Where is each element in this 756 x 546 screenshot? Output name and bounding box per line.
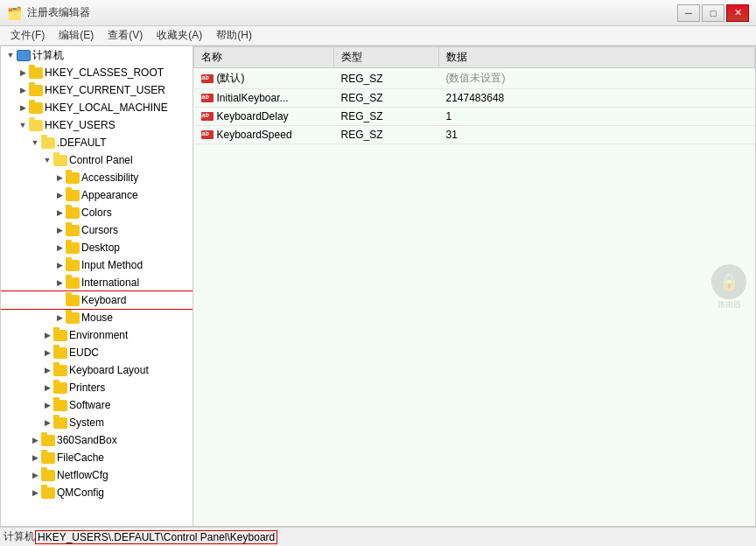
minimize-button[interactable]: ─ bbox=[677, 4, 700, 22]
table-row[interactable]: KeyboardDelay REG_SZ 1 bbox=[194, 108, 755, 126]
expand-inputmethod[interactable]: ▶ bbox=[53, 259, 66, 271]
menu-favorites[interactable]: 收藏夹(A) bbox=[150, 26, 209, 45]
computer-icon bbox=[17, 50, 31, 61]
tree-item-computer[interactable]: ▼ 计算机 bbox=[1, 46, 192, 64]
tree-label-keyboard: Keyboard bbox=[81, 294, 126, 306]
expand-hkcr[interactable]: ▶ bbox=[17, 66, 29, 79]
tree-item-hkcu[interactable]: ▶ HKEY_CURRENT_USER bbox=[1, 81, 192, 99]
folder-icon-inputmethod bbox=[66, 260, 80, 271]
expand-hku[interactable]: ▼ bbox=[17, 119, 29, 131]
tree-item-appearance[interactable]: ▶ Appearance bbox=[1, 186, 192, 204]
title-bar: 🗂️ 注册表编辑器 ─ □ ✕ bbox=[0, 0, 756, 26]
tree-item-international[interactable]: ▶ International bbox=[1, 274, 192, 291]
menu-edit[interactable]: 编辑(E) bbox=[52, 26, 101, 45]
tree-item-360sandbox[interactable]: ▶ 360SandBox bbox=[1, 431, 192, 449]
tree-item-environment[interactable]: ▶ Environment bbox=[1, 326, 192, 344]
tree-item-keyboardlayout[interactable]: ▶ Keyboard Layout bbox=[1, 361, 192, 379]
expand-mouse[interactable]: ▶ bbox=[53, 312, 66, 324]
tree-item-desktop[interactable]: ▶ Desktop bbox=[1, 239, 192, 256]
expand-computer[interactable]: ▼ bbox=[4, 49, 17, 61]
watermark: 路由器 bbox=[718, 299, 741, 311]
tree-item-controlpanel[interactable]: ▼ Control Panel bbox=[1, 151, 192, 169]
tree-item-netflowcfg[interactable]: ▶ NetflowCfg bbox=[1, 466, 192, 484]
row-type-default: REG_SZ bbox=[334, 68, 439, 89]
app-icon: 🗂️ bbox=[7, 6, 22, 20]
title-bar-left: 🗂️ 注册表编辑器 bbox=[7, 5, 90, 20]
reg-sz-icon-3 bbox=[201, 112, 214, 121]
tree-label-computer: 计算机 bbox=[32, 48, 64, 63]
tree-label-qmconfig: QMConfig bbox=[57, 486, 104, 499]
expand-360sandbox[interactable]: ▶ bbox=[29, 434, 41, 446]
row-data-keyboardspeed: 31 bbox=[439, 126, 755, 144]
expand-hklm[interactable]: ▶ bbox=[17, 102, 29, 114]
tree-item-eudc[interactable]: ▶ EUDC bbox=[1, 344, 192, 361]
tree-item-hklm[interactable]: ▶ HKEY_LOCAL_MACHINE bbox=[1, 99, 192, 116]
tree-item-hku[interactable]: ▼ HKEY_USERS bbox=[1, 116, 192, 134]
expand-system[interactable]: ▶ bbox=[41, 416, 53, 429]
tree-item-cursors[interactable]: ▶ Cursors bbox=[1, 221, 192, 239]
folder-icon-controlpanel bbox=[53, 155, 67, 166]
tree-item-mouse[interactable]: ▶ Mouse bbox=[1, 309, 192, 326]
row-data-initialkeyboard: 2147483648 bbox=[439, 89, 755, 108]
reg-sz-icon bbox=[201, 74, 214, 83]
menu-help[interactable]: 帮助(H) bbox=[209, 26, 259, 45]
maximize-button[interactable]: □ bbox=[702, 4, 724, 22]
tree-label-hku: HKEY_USERS bbox=[45, 119, 116, 131]
folder-icon-netflowcfg bbox=[41, 470, 55, 481]
expand-keyboardlayout[interactable]: ▶ bbox=[41, 364, 53, 376]
tree-label-appearance: Appearance bbox=[81, 189, 138, 201]
folder-icon-cursors bbox=[66, 225, 80, 236]
tree-item-software[interactable]: ▶ Software bbox=[1, 396, 192, 414]
tree-item-hkcr[interactable]: ▶ HKEY_CLASSES_ROOT bbox=[1, 64, 192, 81]
expand-colors[interactable]: ▶ bbox=[53, 206, 66, 219]
expand-appearance[interactable]: ▶ bbox=[53, 189, 66, 201]
folder-icon-environment bbox=[53, 330, 67, 341]
folder-icon-filecache bbox=[41, 452, 55, 464]
expand-international[interactable]: ▶ bbox=[53, 276, 66, 289]
expand-printers[interactable]: ▶ bbox=[41, 382, 53, 394]
folder-icon-keyboard bbox=[66, 295, 80, 306]
expand-controlpanel[interactable]: ▼ bbox=[41, 154, 53, 166]
expand-hkcu[interactable]: ▶ bbox=[17, 84, 29, 96]
status-bar: 计算机 HKEY_USERS\.DEFAULT\Control Panel\Ke… bbox=[0, 527, 756, 546]
tree-item-system[interactable]: ▶ System bbox=[1, 414, 192, 431]
folder-icon-international bbox=[66, 277, 80, 289]
table-row[interactable]: InitialKeyboar... REG_SZ 2147483648 bbox=[194, 89, 755, 108]
expand-software[interactable]: ▶ bbox=[41, 399, 53, 411]
expand-environment[interactable]: ▶ bbox=[41, 329, 53, 341]
folder-icon-hklm bbox=[29, 102, 43, 114]
expand-netflowcfg[interactable]: ▶ bbox=[29, 469, 41, 481]
tree-item-accessibility[interactable]: ▶ Accessibility bbox=[1, 169, 192, 186]
menu-view[interactable]: 查看(V) bbox=[101, 26, 150, 45]
expand-desktop[interactable]: ▶ bbox=[53, 242, 66, 254]
menu-file[interactable]: 文件(F) bbox=[4, 26, 52, 45]
tree-item-qmconfig[interactable]: ▶ QMConfig bbox=[1, 484, 192, 501]
expand-accessibility[interactable]: ▶ bbox=[53, 172, 66, 184]
tree-item-filecache[interactable]: ▶ FileCache bbox=[1, 449, 192, 466]
status-path: HKEY_USERS\.DEFAULT\Control Panel\Keyboa… bbox=[35, 530, 277, 544]
folder-icon-accessibility bbox=[66, 172, 80, 184]
tree-item-printers[interactable]: ▶ Printers bbox=[1, 379, 192, 396]
table-row[interactable]: KeyboardSpeed REG_SZ 31 bbox=[194, 126, 755, 144]
tree-item-keyboard[interactable]: Keyboard bbox=[1, 291, 192, 309]
close-button[interactable]: ✕ bbox=[726, 4, 749, 22]
expand-qmconfig[interactable]: ▶ bbox=[29, 486, 41, 499]
tree-label-controlpanel: Control Panel bbox=[69, 154, 133, 166]
expand-keyboard[interactable] bbox=[53, 294, 66, 306]
tree-label-eudc: EUDC bbox=[69, 346, 99, 359]
folder-icon-hku bbox=[29, 120, 43, 131]
table-row[interactable]: (默认) REG_SZ (数值未设置) bbox=[194, 68, 755, 89]
expand-eudc[interactable]: ▶ bbox=[41, 346, 53, 359]
expand-cursors[interactable]: ▶ bbox=[53, 224, 66, 236]
reg-sz-icon-2 bbox=[201, 94, 214, 102]
expand-default[interactable]: ▼ bbox=[29, 136, 41, 149]
tree-item-colors[interactable]: ▶ Colors bbox=[1, 204, 192, 221]
tree-item-default[interactable]: ▼ .DEFAULT bbox=[1, 134, 192, 151]
row-data-keyboarddelay: 1 bbox=[439, 108, 755, 126]
tree-label-colors: Colors bbox=[81, 206, 112, 219]
row-type-initialkeyboard: REG_SZ bbox=[334, 89, 439, 108]
tree-item-inputmethod[interactable]: ▶ Input Method bbox=[1, 256, 192, 274]
tree-panel[interactable]: ▼ 计算机 ▶ HKEY_CLASSES_ROOT ▶ HKEY_CURRENT… bbox=[1, 46, 193, 526]
expand-filecache[interactable]: ▶ bbox=[29, 452, 41, 464]
tree-label-printers: Printers bbox=[69, 382, 105, 394]
